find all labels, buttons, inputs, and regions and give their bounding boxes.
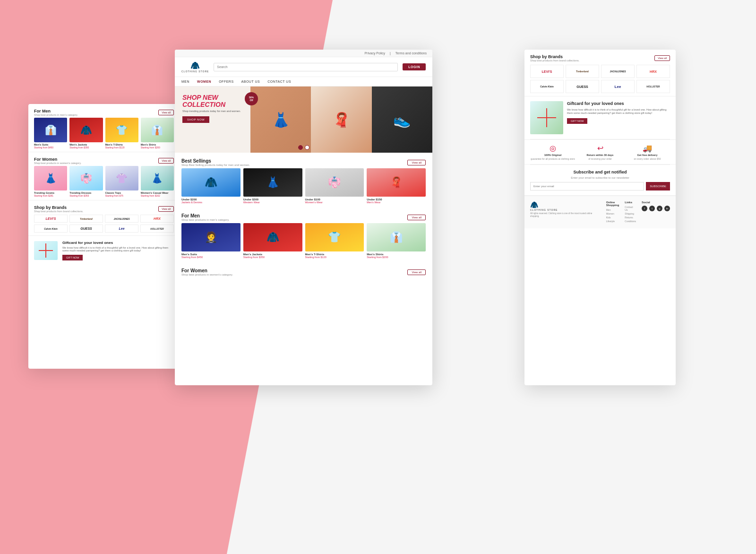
linkedin-icon[interactable]: in (664, 206, 670, 211)
footer-link-women[interactable]: Women (606, 212, 619, 215)
list-item[interactable]: 🧥 Men's Jackets Starting from $350 (69, 118, 103, 149)
left-for-men-view-all[interactable]: View all (158, 110, 174, 115)
footer-link-men[interactable]: Men (606, 208, 619, 211)
gift-ribbon (39, 250, 53, 251)
list-item[interactable]: 👔 Men's Shirts Starting from $200 (367, 223, 426, 259)
right-brand-lee[interactable]: Lee (601, 80, 635, 93)
left-for-men-section: For Men Shop best products in men's cate… (28, 104, 180, 152)
under100-category: Women's Wear (305, 201, 364, 204)
subscribe-subtitle: Enter your email to subscribe to our new… (530, 176, 670, 179)
for-men-view-all[interactable]: View all (407, 215, 426, 220)
right-brand-guess[interactable]: GUESS (566, 80, 599, 93)
nav-offers[interactable]: OFFERS (219, 80, 233, 83)
for-men-title-group: For Men Shop best products in men's cate… (181, 213, 229, 221)
right-gift-button[interactable]: GIFT NOW (567, 118, 587, 124)
list-item[interactable]: 🧥 Under $200 Jackets & Denims (181, 168, 241, 204)
brand-calvinklein[interactable]: Calvin Klein (34, 225, 68, 233)
hero-dots (298, 145, 309, 150)
footer-link-returns[interactable]: Returns (625, 216, 636, 219)
list-item[interactable]: 👔 Men's Shirts Starting from $200 (141, 118, 174, 149)
left-gift-image (34, 241, 58, 260)
hero-dot-2[interactable] (305, 145, 309, 150)
site-header: 🧥 CLOTHING STORE LOGIN (175, 57, 432, 77)
footer-link-contact[interactable]: Contact Us (625, 206, 636, 211)
right-window: Shop by Brands Shop best products from b… (524, 50, 676, 385)
right-brand-hrx[interactable]: HRX (636, 65, 670, 78)
twitter-icon[interactable]: t (649, 206, 655, 211)
footer-col-links: Links Contact Us Shipping Returns Condit… (625, 201, 636, 224)
right-brand-levis[interactable]: LEVI'S (530, 65, 564, 78)
footer-link-shipping[interactable]: Shipping (625, 212, 636, 215)
left-brands-header: Shop by Brands Shop best products from b… (34, 205, 174, 213)
men-shirt-figure-main: 👔 (367, 223, 426, 251)
list-item[interactable]: 👕 Men's T-Shirts Starting from $120 (305, 223, 364, 259)
men-tshirts-price: Starting from $120 (305, 256, 364, 259)
for-women-view-all[interactable]: View all (407, 269, 426, 275)
search-input[interactable] (214, 63, 398, 71)
left-for-women-subtitle: Shop best products in women's category. (34, 162, 81, 164)
shop-now-button[interactable]: SHOP NOW (182, 116, 209, 123)
women-gown-figure: 👗 (34, 166, 67, 190)
facebook-icon[interactable]: f (642, 206, 647, 211)
men-tshirt-img: 👕 (105, 118, 138, 142)
hero-img1-content: 👗 (250, 87, 311, 153)
hero-dot-1[interactable] (298, 145, 303, 150)
best-sellings-title: Best Sellings (181, 158, 250, 164)
list-item[interactable]: 👗 Women's Casual Wear Starting from $162 (141, 166, 174, 197)
left-brands-view-all[interactable]: View all (158, 206, 174, 212)
nav-men[interactable]: MEN (181, 80, 189, 83)
right-brand-jackjones[interactable]: JACK&JONES (601, 65, 635, 78)
footer-link-conditions[interactable]: Conditions (625, 220, 636, 223)
brand-jackjones[interactable]: JACK&JONES (105, 215, 138, 223)
brand-hollister[interactable]: HOLLISTER (140, 225, 174, 233)
subscribe-button[interactable]: SUBSCRIBE (646, 182, 670, 190)
left-gift-button[interactable]: GIFT NOW (62, 255, 83, 260)
list-item[interactable]: 🧥 Men's Jackets Starting from $350 (243, 223, 302, 259)
list-item[interactable]: 👗 Trending Gowns Starting from $281 (34, 166, 67, 197)
list-item[interactable]: 👕 Men's T-Shirts Starting from $120 (105, 118, 138, 149)
for-men-title: For Men (181, 213, 229, 218)
levis-logo: LEVI'S (46, 217, 56, 220)
list-item[interactable]: 🧣 Under $150 Men's Wear (367, 168, 426, 204)
left-for-women-view-all[interactable]: View all (158, 158, 174, 164)
right-brand-timberland[interactable]: Timberland (566, 65, 599, 78)
list-item[interactable]: 👘 Under $100 Women's Wear (305, 168, 364, 204)
logo[interactable]: 🧥 CLOTHING STORE (181, 61, 209, 73)
brand-levis[interactable]: LEVI'S (34, 215, 68, 223)
brand-lee[interactable]: Lee (105, 225, 138, 233)
nav-women[interactable]: WOMEN (197, 80, 211, 83)
hero-title: SHOP NEW COLLECTION (182, 94, 243, 108)
brand-guess[interactable]: GUESS (69, 225, 103, 233)
list-item[interactable]: 👗 Under $300 Western Wear (243, 168, 302, 204)
brand-timberland[interactable]: Timberland (69, 215, 103, 223)
right-brand-calvinklein[interactable]: Calvin Klein (530, 80, 564, 93)
best-sellings-section: Best Sellings Shop Best Selling products… (175, 153, 432, 208)
men-shirt-price: Starting from $200 (141, 146, 174, 149)
men-suits-price: Starting from $450 (181, 256, 241, 259)
list-item[interactable]: 👚 Classic Tops Starting from $75 (105, 166, 138, 197)
login-button[interactable]: LOGIN (403, 63, 426, 70)
right-brands-view-all[interactable]: View all (654, 55, 670, 61)
footer-link-kids[interactable]: Kids (606, 216, 619, 219)
best-sellings-view-all[interactable]: View all (407, 160, 426, 165)
guess-logo: GUESS (80, 227, 92, 230)
hero-image-1: 👗 (250, 87, 311, 153)
nav-contact[interactable]: CONTACT US (267, 80, 291, 83)
brand-hrx[interactable]: HRX (140, 215, 174, 223)
terms-link[interactable]: Terms and conditions (395, 52, 427, 55)
privacy-policy-link[interactable]: Privacy Policy (364, 52, 385, 55)
right-brand-hollister[interactable]: HOLLISTER (636, 80, 670, 93)
right-brands-subtitle: Shop best products from brand collection… (530, 59, 579, 62)
nav-about[interactable]: ABOUT US (241, 80, 260, 83)
for-men-header: For Men Shop best products in men's cate… (181, 213, 426, 221)
list-item[interactable]: 👔 Men's Suits Starting from $450 (34, 118, 67, 149)
list-item[interactable]: 👘 Trending Dresses Starting from $353 (69, 166, 103, 197)
right-levis-logo: LEVI'S (542, 70, 552, 73)
google-icon[interactable]: g (657, 206, 662, 211)
men-tshirt-figure: 👕 (105, 118, 138, 142)
men-suit-price: Starting from $450 (34, 146, 67, 149)
men-tshirt-img-main: 👕 (305, 223, 364, 251)
subscribe-email-input[interactable] (530, 182, 644, 190)
footer-link-lifestyle[interactable]: Lifestyle (606, 220, 619, 223)
list-item[interactable]: 🤵 Men's Suits Starting from $450 (181, 223, 241, 259)
